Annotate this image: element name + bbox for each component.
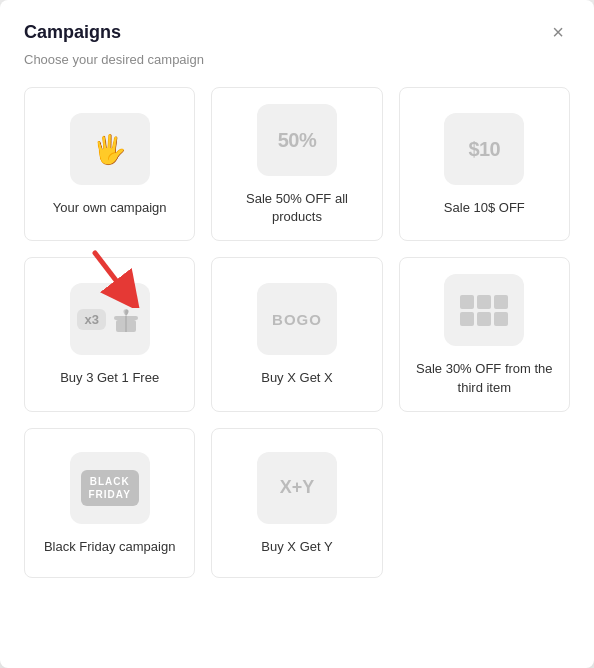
card-icon: BOGO — [257, 283, 337, 355]
card-icon: 50% — [257, 104, 337, 176]
campaigns-grid: 🖐 Your own campaign 50% Sale 50% OFF all… — [24, 87, 570, 578]
campaign-card-sale-10[interactable]: $10 Sale 10$ OFF — [399, 87, 570, 241]
card-icon: $10 — [444, 113, 524, 185]
bf-line1: BLACK — [89, 475, 131, 488]
bogo-badge: BOGO — [272, 311, 322, 328]
subtitle: Choose your desired campaign — [24, 52, 570, 67]
xy-badge: X+Y — [280, 477, 315, 498]
card-label: Buy 3 Get 1 Free — [60, 369, 159, 387]
badge-icon: 50% — [278, 129, 317, 152]
campaigns-modal: Campaigns × Choose your desired campaign… — [0, 0, 594, 668]
x3-badge: x3 — [77, 309, 105, 330]
card-label: Sale 10$ OFF — [444, 199, 525, 217]
campaign-card-buy-x-get-y[interactable]: X+Y Buy X Get Y — [211, 428, 382, 578]
campaign-card-sale-50[interactable]: 50% Sale 50% OFF all products — [211, 87, 382, 241]
campaign-card-sale-30[interactable]: Sale 30% OFF from the third item — [399, 257, 570, 411]
card-label: Sale 50% OFF all products — [224, 190, 369, 226]
grid-cell — [477, 295, 491, 309]
gift-icon-area: x3 — [77, 303, 141, 335]
campaign-card-own-campaign[interactable]: 🖐 Your own campaign — [24, 87, 195, 241]
card-label: Buy X Get Y — [261, 538, 332, 556]
campaign-card-black-friday[interactable]: BLACK FRIDAY Black Friday campaign — [24, 428, 195, 578]
grid-cell — [494, 312, 508, 326]
card-label: Sale 30% OFF from the third item — [412, 360, 557, 396]
card-label: Your own campaign — [53, 199, 167, 217]
modal-title: Campaigns — [24, 22, 121, 43]
grid-icon — [460, 295, 508, 326]
card-icon: BLACK FRIDAY — [70, 452, 150, 524]
grid-cell — [460, 312, 474, 326]
hand-icon: 🖐 — [92, 133, 127, 166]
badge-icon: $10 — [468, 138, 500, 161]
card-label: Black Friday campaign — [44, 538, 176, 556]
card-icon — [444, 274, 524, 346]
bf-line2: FRIDAY — [89, 488, 131, 501]
campaign-card-buy3get1[interactable]: x3 Buy 3 Get 1 Free — [24, 257, 195, 411]
card-label: Buy X Get X — [261, 369, 333, 387]
card-icon: x3 — [70, 283, 150, 355]
close-button[interactable]: × — [546, 20, 570, 44]
grid-cell — [494, 295, 508, 309]
black-friday-badge: BLACK FRIDAY — [81, 470, 139, 506]
card-icon: 🖐 — [70, 113, 150, 185]
card-icon: X+Y — [257, 452, 337, 524]
gift-svg — [110, 303, 142, 335]
grid-cell — [477, 312, 491, 326]
campaign-card-bogo[interactable]: BOGO Buy X Get X — [211, 257, 382, 411]
grid-cell — [460, 295, 474, 309]
modal-header: Campaigns × — [24, 20, 570, 44]
